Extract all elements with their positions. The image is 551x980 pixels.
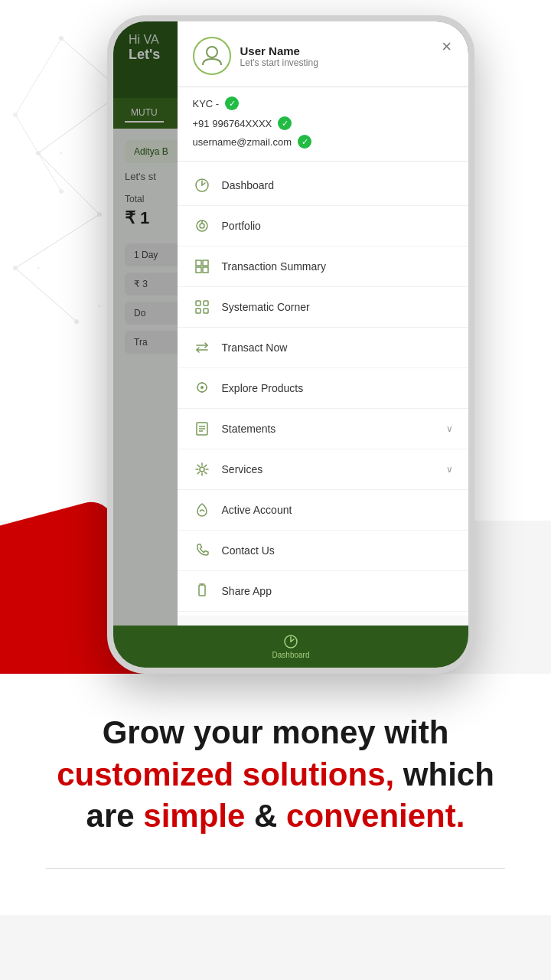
phone-mockup: Hi VA Let's MUTU Aditya B Let's st Total… — [107, 15, 474, 674]
menu-item-transact-now[interactable]: Transact Now — [178, 328, 468, 368]
explore-products-icon — [193, 379, 211, 397]
user-name-label: User Name — [240, 44, 318, 57]
portfolio-label: Portfolio — [222, 220, 453, 232]
menu-item-systematic-corner[interactable]: Systematic Corner — [178, 287, 468, 328]
transact-now-label: Transact Now — [222, 341, 453, 354]
kyc-row: KYC - ✓ — [193, 96, 453, 110]
systematic-corner-icon — [193, 298, 211, 316]
bottom-nav: Dashboard — [113, 626, 468, 668]
svg-rect-21 — [203, 260, 208, 266]
explore-products-label: Explore Products — [222, 382, 453, 394]
svg-point-29 — [201, 386, 204, 389]
services-label: Services — [222, 463, 435, 475]
svg-rect-24 — [196, 301, 201, 305]
dashboard-icon — [193, 176, 211, 194]
email-row: username@zmail.com ✓ — [193, 135, 453, 149]
user-details: KYC - ✓ +91 996764XXXX ✓ username@zmail.… — [178, 87, 468, 162]
email-label: username@zmail.com — [193, 136, 292, 148]
services-arrow: ∨ — [446, 464, 453, 475]
statements-arrow: ∨ — [446, 423, 453, 434]
tagline: Grow your money with customized solution… — [46, 712, 505, 838]
close-button[interactable]: × — [440, 37, 453, 57]
menu-item-share-app[interactable]: Share App — [178, 571, 468, 612]
menu-item-services[interactable]: Services ∨ — [178, 449, 468, 490]
tagline-red3: convenient. — [286, 798, 465, 834]
menu-item-transaction-summary[interactable]: Transaction Summary — [178, 247, 468, 287]
svg-point-15 — [207, 47, 217, 57]
active-account-icon — [193, 501, 211, 519]
transaction-summary-icon — [193, 257, 211, 276]
subtitle-label: Let's start investing — [240, 57, 318, 68]
kyc-label: KYC - — [193, 98, 220, 109]
user-info: User Name Let's start investing — [193, 37, 318, 75]
menu-item-contact-us[interactable]: Contact Us — [178, 531, 468, 571]
services-icon — [193, 460, 211, 479]
portfolio-icon — [193, 217, 211, 235]
email-check-icon: ✓ — [298, 135, 311, 149]
transaction-summary-label: Transaction Summary — [222, 260, 453, 273]
svg-rect-27 — [204, 309, 208, 313]
nav-dashboard[interactable]: Dashboard — [272, 634, 310, 659]
phone-row: +91 996764XXXX ✓ — [193, 116, 453, 130]
statements-label: Statements — [222, 423, 435, 435]
divider — [46, 868, 505, 869]
systematic-corner-label: Systematic Corner — [222, 301, 453, 313]
svg-rect-26 — [196, 309, 201, 313]
menu-item-active-account[interactable]: Active Account — [178, 490, 468, 531]
svg-rect-39 — [199, 585, 205, 596]
active-account-label: Active Account — [222, 504, 453, 516]
menu-item-dashboard[interactable]: Dashboard — [178, 165, 468, 206]
tagline-red2: simple — [143, 798, 245, 834]
tagline-black2: are — [86, 798, 144, 834]
menu-item-portfolio[interactable]: Portfolio — [178, 206, 468, 247]
phone-check-icon: ✓ — [278, 116, 292, 130]
drawer-user-text: User Name Let's start investing — [240, 44, 318, 68]
contact-us-label: Contact Us — [222, 544, 453, 557]
svg-rect-23 — [203, 267, 208, 273]
drawer-header: User Name Let's start investing × — [178, 21, 468, 87]
svg-rect-22 — [196, 267, 201, 273]
statements-icon — [193, 420, 211, 438]
svg-rect-25 — [204, 301, 208, 305]
tagline-line1: Grow your money with — [103, 714, 449, 750]
kyc-check-icon: ✓ — [225, 96, 239, 110]
share-app-label: Share App — [222, 585, 453, 597]
transact-now-icon — [193, 338, 211, 357]
menu-item-statements[interactable]: Statements ∨ — [178, 409, 468, 449]
svg-point-18 — [200, 224, 204, 228]
nav-dashboard-label: Dashboard — [272, 651, 310, 659]
side-drawer: User Name Let's start investing × KYC - … — [178, 21, 468, 668]
dashboard-label: Dashboard — [222, 179, 453, 191]
text-section: Grow your money with customized solution… — [0, 674, 551, 915]
tagline-amp: & — [245, 798, 286, 834]
tagline-black1: which — [394, 756, 494, 792]
tagline-red1: customized solutions, — [57, 756, 394, 792]
share-app-icon — [193, 582, 211, 600]
menu-list: Dashboard Portfolio — [178, 162, 468, 616]
avatar — [193, 37, 231, 75]
phone-number: +91 996764XXXX — [193, 118, 272, 129]
contact-us-icon — [193, 541, 211, 560]
svg-point-38 — [200, 467, 204, 472]
phone-container: Hi VA Let's MUTU Aditya B Let's st Total… — [0, 0, 551, 674]
svg-rect-20 — [196, 260, 201, 266]
menu-item-explore-products[interactable]: Explore Products — [178, 368, 468, 409]
